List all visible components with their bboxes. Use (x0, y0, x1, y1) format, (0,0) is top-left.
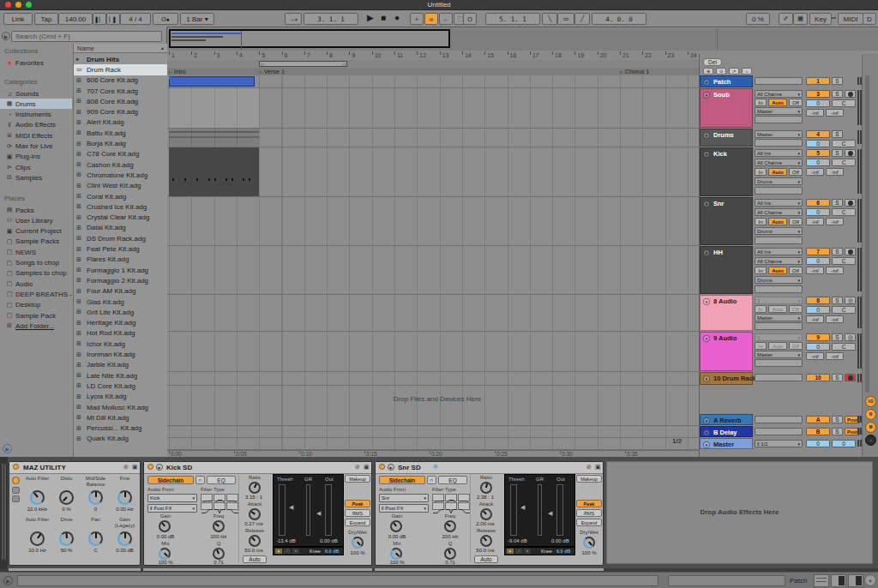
file-list-header[interactable]: Name ▲ (74, 44, 167, 53)
draw-mode-button[interactable]: ✐ (779, 13, 793, 25)
volume-field[interactable]: -inf (806, 218, 824, 225)
solo-button[interactable]: S (832, 90, 843, 98)
file-item[interactable]: ⊞808 Core Kit.adg (74, 96, 170, 106)
model-peak-icon[interactable]: ▲ (275, 549, 282, 554)
file-item[interactable]: ⊞Battu Kit.adg (74, 128, 170, 138)
pan-chip[interactable]: 0 (806, 306, 830, 314)
save-preset-icon[interactable]: ▣ (595, 464, 601, 471)
new-marker-button[interactable]: + (410, 13, 424, 25)
arrangement-position-field[interactable]: 3. 1. 1 (304, 13, 358, 25)
returns-section-toggle[interactable]: R (865, 409, 876, 420)
routing-selector[interactable]: Master▾ (755, 351, 803, 358)
routing-selector[interactable]: Master▾ (755, 107, 803, 115)
return-letter-chip[interactable]: B (806, 428, 830, 435)
record-button[interactable]: ● (394, 13, 400, 22)
mixer-section-toggle[interactable]: M (865, 422, 876, 433)
show-hide-info-button[interactable]: ▲ (864, 574, 876, 586)
device-compressor-kick-sd[interactable]: ▶Kick SD⊘▣Sidechain∩EQAudio FromKick▾‖ P… (143, 461, 372, 566)
file-item[interactable]: ⊞DS Drum Rack.adg (74, 233, 170, 243)
file-item[interactable]: ⊞606 Core Kit.adg (74, 75, 170, 86)
file-item[interactable]: ⊞Chromatone Kit.adg (74, 170, 170, 180)
solo-button[interactable]: S (832, 248, 843, 255)
solo-button[interactable]: S (832, 374, 843, 381)
return-letter-chip[interactable]: A (806, 416, 830, 423)
monitor-off-button[interactable]: Off (789, 305, 803, 313)
sidechain-toggle[interactable]: Sidechain (147, 476, 194, 484)
play-button[interactable]: ▶ (367, 13, 374, 22)
file-item[interactable]: ⊞Mad Mollusc Kit.adg (74, 402, 170, 412)
track-number-chip[interactable]: 9 (806, 333, 830, 341)
track-name-cell[interactable]: ▾A Reverb (700, 414, 753, 425)
file-item[interactable]: ⊞Ichor Kit.adg (74, 339, 170, 349)
freq-value[interactable]: 200 Hz (201, 534, 237, 539)
routing-selector[interactable]: All Channe▾ (755, 257, 803, 265)
track-name-cell[interactable]: ▾10 Drum Rack (700, 372, 753, 385)
arm-button[interactable] (845, 199, 856, 207)
mix-value[interactable]: 100 % (146, 560, 185, 565)
locator-intro[interactable]: ▷Intro (169, 68, 186, 75)
gain-field[interactable]: -inf (826, 315, 844, 323)
arm-button[interactable] (845, 333, 856, 341)
volume-field[interactable]: -inf (806, 168, 824, 176)
track-number-chip[interactable]: 10 (806, 374, 830, 381)
thresh-meter[interactable] (279, 484, 286, 536)
solo-button[interactable]: S (832, 199, 843, 207)
solo-button[interactable]: S (832, 77, 843, 85)
eq-toggle[interactable]: EQ (207, 476, 236, 484)
file-item[interactable]: ⊞707 Core Kit.adg (74, 86, 170, 96)
routing-selector[interactable]: 1▾ (755, 297, 803, 304)
peak-mode-toggle[interactable]: Peak (345, 500, 370, 507)
add-automation-icon[interactable]: ⊕ (703, 68, 713, 75)
monitor-off-button[interactable]: Off (789, 99, 803, 106)
file-item[interactable]: ⊞Formaggio 1 Kit.adg (74, 265, 170, 275)
sidebar-item-news[interactable]: ▢NEWS (0, 247, 72, 257)
track-fold-icon[interactable]: ▾ (703, 335, 710, 342)
routing-selector[interactable]: All Channe▾ (755, 90, 803, 98)
loop-marker-button[interactable]: O (463, 13, 477, 25)
pan-chip[interactable]: 0 (806, 140, 830, 147)
track-number-chip[interactable]: 5 (806, 149, 830, 157)
macro-value[interactable]: C (81, 548, 110, 553)
file-item[interactable]: ⊞Formaggio 2 Kit.adg (74, 275, 170, 285)
track-number-chip[interactable]: 4 (806, 130, 830, 138)
monitor-off-button[interactable]: Off (789, 168, 803, 176)
lock-envelopes-icon[interactable]: ⌂ (742, 68, 752, 75)
clip-region-soub[interactable] (169, 88, 259, 128)
sidebar-item-samples[interactable]: ⊟Samples (0, 172, 72, 183)
release-knob[interactable] (249, 535, 261, 547)
filter-shape-icon-2[interactable] (445, 494, 457, 501)
ratio-value[interactable]: 3.15 : 1 (235, 495, 273, 500)
locator-verse-1[interactable]: ▷Verse 1 (259, 68, 285, 75)
mix-knob[interactable] (390, 548, 402, 560)
arm-button[interactable] (845, 149, 856, 157)
loop-brace[interactable]: ▷◁ (259, 61, 347, 67)
save-preset-icon[interactable]: ▣ (132, 464, 138, 471)
routing-selector[interactable]: Master▾ (755, 130, 803, 138)
track-fold-icon[interactable]: ▾ (703, 92, 710, 99)
link-button[interactable]: Link (3, 13, 33, 25)
filter-shape-icon-4[interactable] (201, 502, 213, 510)
monitor-auto-button[interactable]: Auto (768, 168, 787, 176)
pan-center-chip[interactable]: C (832, 99, 856, 107)
q-value[interactable]: 0.71 (201, 560, 237, 565)
gain-field[interactable]: -inf (826, 109, 844, 117)
file-item[interactable]: ⊞Alert Kit.adg (74, 117, 170, 128)
mix-knob[interactable] (159, 548, 171, 560)
attack-knob[interactable] (480, 508, 492, 520)
loop-length-field[interactable]: 4. 0. 0 (592, 13, 646, 25)
sidebar-item-desktop[interactable]: ▢Desktop (0, 300, 72, 310)
sidebar-item-current-project[interactable]: ▣Current Project (0, 226, 72, 237)
routing-selector[interactable]: All Ins▾ (755, 199, 803, 207)
freq-knob[interactable] (213, 520, 225, 532)
gain-field[interactable]: -inf (826, 218, 844, 225)
stop-button[interactable]: ■ (381, 13, 386, 22)
volume-field[interactable]: -inf (806, 267, 824, 274)
browser-back-icon[interactable]: ▶ (2, 32, 10, 40)
device-compressor-snr-sd[interactable]: ▶Snr SD∗⊘▣Sidechain∩EQAudio FromSnr▾‖ Po… (375, 461, 604, 566)
sidebar-item-samples-to-chop[interactable]: ▢Samples to chop (0, 268, 72, 279)
file-item[interactable]: ⊞Lycra Kit.adg (74, 392, 170, 402)
file-item[interactable]: ⊞Grit Life Kit.adg (74, 307, 170, 317)
peak-mode-toggle[interactable]: Peak (576, 500, 602, 507)
track-name-cell[interactable]: ▾8 Audio (700, 295, 753, 331)
track-name-cell[interactable]: ▾Drums (700, 129, 753, 147)
